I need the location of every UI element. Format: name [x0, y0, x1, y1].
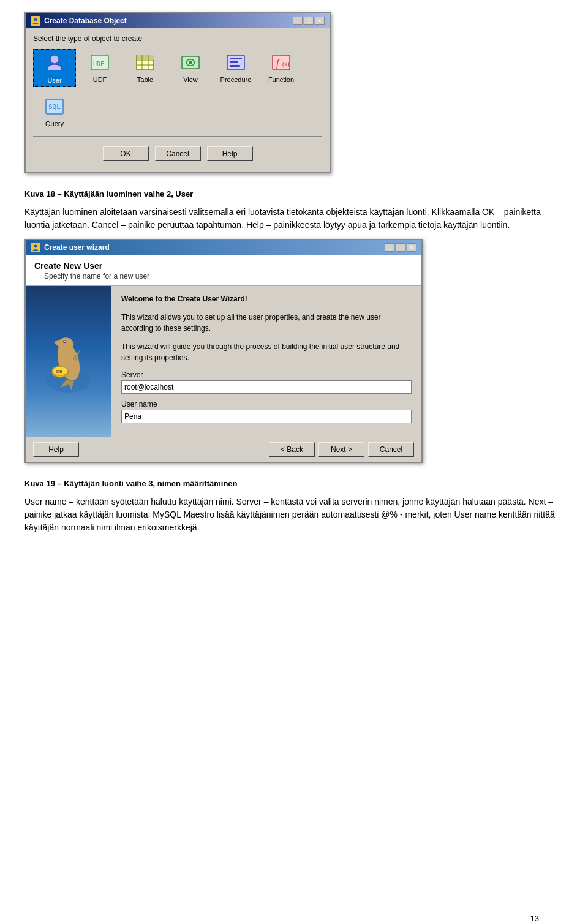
- svg-point-32: [64, 341, 66, 342]
- body-text-2: User name – kenttään syötetään haluttu k…: [24, 495, 564, 534]
- dialog1-titlebar-icon: [31, 16, 40, 26]
- object-type-table[interactable]: Table: [124, 49, 167, 87]
- ok-button[interactable]: OK: [103, 146, 149, 161]
- udf-label: UDF: [93, 76, 107, 83]
- wizard-title: Create user wizard: [44, 243, 110, 252]
- svg-rect-19: [230, 65, 240, 67]
- svg-point-2: [50, 55, 59, 64]
- next-button[interactable]: Next >: [318, 442, 364, 457]
- wizard-nav-buttons: < Back Next > Cancel: [269, 442, 414, 457]
- server-select[interactable]: root@localhost: [121, 380, 412, 394]
- object-type-udf[interactable]: UDF UDF: [78, 49, 121, 87]
- object-type-procedure[interactable]: Procedure: [214, 49, 257, 87]
- svg-point-26: [34, 245, 37, 248]
- table-label: Table: [137, 76, 153, 83]
- dialog1-body: Select the type of object to create User: [26, 28, 330, 172]
- wizard-cancel-button[interactable]: Cancel: [368, 442, 414, 457]
- wizard-form: Server root@localhost User name: [121, 371, 412, 429]
- svg-point-15: [189, 61, 192, 64]
- wizard-content: DB Welcome to the Create User Wizard! Th…: [26, 286, 421, 437]
- wizard-titlebar-controls[interactable]: _ □ ×: [385, 243, 417, 252]
- dialog1-title: Create Database Object: [44, 17, 127, 25]
- dialog1-buttons: OK Cancel Help: [33, 141, 322, 166]
- object-type-user[interactable]: User: [33, 49, 76, 87]
- page-number: 13: [530, 914, 539, 923]
- query-label: Query: [45, 120, 64, 127]
- wizard-help-button[interactable]: Help: [33, 442, 79, 457]
- user-label: User: [47, 77, 61, 84]
- table-icon: [134, 51, 156, 73]
- function-label: Function: [268, 76, 294, 83]
- view-icon: [179, 51, 202, 73]
- cancel-button[interactable]: Cancel: [155, 146, 201, 161]
- help-button[interactable]: Help: [207, 146, 253, 161]
- object-type-grid: User UDF UDF: [33, 49, 322, 87]
- svg-text:SQL: SQL: [48, 103, 61, 111]
- svg-text:(x): (x): [282, 61, 290, 68]
- create-user-wizard-dialog: Create user wizard _ □ × Create New User…: [24, 239, 423, 463]
- svg-text:DB: DB: [56, 369, 63, 374]
- welcome-bold: Welcome to the Create User Wizard!: [121, 295, 247, 303]
- wizard-welcome-text3: This wizard will guide you through the p…: [121, 341, 412, 363]
- server-label: Server: [121, 371, 412, 379]
- wizard-welcome-text1: Welcome to the Create User Wizard!: [121, 293, 412, 304]
- username-label: User name: [121, 400, 412, 409]
- caption2: Kuva 19 – Käyttäjän luonti vaihe 3, nime…: [24, 479, 564, 488]
- body-text-1: Käyttäjän luominen aloitetaan varsinaise…: [24, 206, 564, 232]
- wizard-header-title: Create New User: [34, 261, 413, 271]
- minimize-button[interactable]: _: [293, 17, 303, 25]
- back-button[interactable]: < Back: [269, 442, 315, 457]
- svg-rect-10: [137, 55, 154, 60]
- close-button[interactable]: ×: [315, 17, 325, 25]
- wizard-titlebar-icon: [31, 243, 40, 252]
- svg-text:UDF: UDF: [93, 61, 104, 67]
- wizard-right: Welcome to the Create User Wizard! This …: [111, 286, 421, 437]
- svg-rect-17: [230, 58, 242, 59]
- view-label: View: [183, 76, 198, 83]
- object-type-grid-row2: SQL Query: [33, 93, 322, 130]
- maximize-button[interactable]: □: [304, 17, 314, 25]
- dialog1-titlebar: Create Database Object _ □ ×: [26, 13, 330, 28]
- create-database-object-dialog: Create Database Object _ □ × Select the …: [24, 12, 331, 173]
- udf-icon: UDF: [89, 51, 111, 73]
- object-type-function[interactable]: f (x) Function: [260, 49, 303, 87]
- wizard-minimize-button[interactable]: _: [385, 243, 394, 252]
- wizard-maximize-button[interactable]: □: [396, 243, 405, 252]
- username-input[interactable]: [121, 410, 412, 423]
- wizard-titlebar: Create user wizard _ □ ×: [26, 240, 421, 255]
- wizard-footer: Help < Back Next > Cancel: [26, 437, 421, 462]
- svg-rect-18: [230, 61, 238, 63]
- function-icon: f (x): [270, 51, 292, 73]
- procedure-label: Procedure: [221, 76, 252, 83]
- procedure-icon: [225, 51, 247, 73]
- caption1: Kuva 18 – Käyttäjään luominen vaihe 2, U…: [24, 189, 564, 198]
- object-type-view[interactable]: View: [169, 49, 212, 87]
- wizard-welcome-text2: This wizard allows you to set up all the…: [121, 312, 412, 334]
- wizard-image: DB: [26, 286, 111, 437]
- server-select-wrapper: root@localhost: [121, 380, 412, 394]
- object-type-query[interactable]: SQL Query: [33, 93, 76, 130]
- wizard-header: Create New User Specify the name for a n…: [26, 255, 421, 286]
- user-icon: [43, 52, 66, 74]
- dialog1-titlebar-controls[interactable]: _ □ ×: [293, 17, 325, 25]
- query-icon: SQL: [43, 96, 66, 118]
- dialog1-separator: [33, 136, 322, 137]
- wizard-titlebar-left: Create user wizard: [31, 243, 110, 252]
- wizard-close-button[interactable]: ×: [407, 243, 417, 252]
- svg-point-1: [34, 18, 37, 21]
- dialog1-instruction: Select the type of object to create: [33, 34, 322, 43]
- wizard-header-sub: Specify the name for a new user: [34, 272, 413, 281]
- dialog1-titlebar-left: Create Database Object: [31, 16, 127, 26]
